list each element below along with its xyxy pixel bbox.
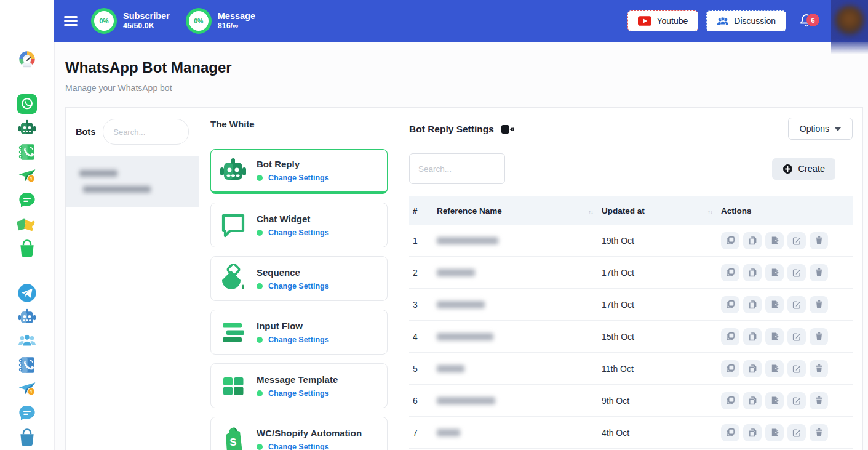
sort-icon[interactable]: ↑↓ — [588, 206, 593, 215]
telegram-icon — [17, 283, 37, 303]
trash-action-button[interactable] — [810, 264, 828, 281]
sidebar-item-whatsapp-chat[interactable] — [17, 190, 38, 210]
edit-action-button[interactable] — [787, 232, 806, 249]
pages-action-button[interactable] — [743, 296, 762, 313]
plus-circle-icon — [782, 164, 793, 174]
sidebar-item-whatsapp-contacts[interactable] — [17, 142, 38, 162]
edit-action-button[interactable] — [787, 328, 806, 345]
telegram-shop-icon — [17, 427, 37, 447]
settings-card-shopify[interactable]: SWC/Shopify AutomationChange Settings — [210, 417, 388, 450]
export-action-button[interactable] — [765, 360, 784, 377]
col-header-updated-at[interactable]: Updated at ↑↓ — [602, 206, 721, 215]
copy-action-button[interactable] — [721, 232, 739, 249]
sidebar-item-telegram-chat[interactable] — [17, 403, 38, 423]
export-action-button[interactable] — [765, 232, 784, 249]
discussion-button[interactable]: Discussion — [706, 10, 786, 31]
export-action-button[interactable] — [765, 264, 784, 281]
pages-action-button[interactable] — [743, 232, 762, 249]
message-label: Message — [218, 10, 255, 22]
notification-bell[interactable]: 6 — [799, 12, 815, 30]
sidebar-item-telegram-shop[interactable] — [17, 427, 38, 447]
export-action-button[interactable] — [765, 424, 784, 441]
video-camera-icon[interactable] — [501, 125, 514, 134]
sidebar-item-dashboard-gauge[interactable] — [17, 49, 38, 69]
export-action-button[interactable] — [765, 392, 784, 409]
top-header-bar: 0% Subscriber 45/50.0K 0% Message 816/∞ … — [54, 0, 868, 42]
trash-action-button[interactable] — [810, 328, 828, 345]
subscriber-progress-ring: 0% — [91, 8, 117, 34]
sidebar-item-whatsapp-broadcast[interactable]: 1 — [17, 166, 38, 186]
user-avatar-button[interactable] — [831, 0, 868, 54]
edit-action-button[interactable] — [787, 424, 806, 441]
bot-reply-settings-panel: Bot Reply Settings Options Create — [399, 108, 862, 450]
sidebar-item-whatsapp-bot[interactable] — [17, 118, 38, 138]
edit-action-button[interactable] — [787, 360, 806, 377]
card-title: Input Flow — [257, 321, 329, 331]
settings-card-message-template[interactable]: Message TemplateChange Settings — [210, 363, 388, 408]
trash-action-button[interactable] — [810, 424, 828, 441]
change-settings-link[interactable]: Change Settings — [268, 389, 329, 398]
card-title: Sequence — [257, 267, 329, 278]
copy-action-button[interactable] — [721, 424, 739, 441]
whatsapp-broadcast-icon: 1 — [17, 166, 37, 186]
sort-icon[interactable]: ↑↓ — [707, 206, 712, 215]
settings-card-sequence[interactable]: SequenceChange Settings — [210, 256, 388, 301]
reply-search-input[interactable] — [409, 153, 505, 184]
copy-action-button[interactable] — [721, 392, 739, 409]
sidebar-item-telegram-bot[interactable] — [17, 307, 38, 327]
chat-widget-icon — [218, 211, 248, 240]
row-reference-name — [437, 397, 602, 404]
change-settings-link[interactable]: Change Settings — [268, 228, 329, 237]
col-header-reference-name[interactable]: Reference Name ↑↓ — [437, 206, 602, 215]
trash-action-button[interactable] — [810, 392, 828, 409]
pages-action-button[interactable] — [743, 328, 762, 345]
pages-action-button[interactable] — [743, 424, 762, 441]
telegram-chat-icon — [17, 403, 37, 423]
edit-action-button[interactable] — [787, 264, 806, 281]
sidebar-item-telegram-contacts[interactable] — [17, 355, 38, 375]
whatsapp-icon — [17, 94, 37, 114]
options-dropdown-button[interactable]: Options — [788, 118, 853, 140]
sidebar-item-telegram-broadcast[interactable]: 1 — [17, 379, 38, 399]
trash-action-button[interactable] — [810, 296, 828, 313]
bots-search-input[interactable] — [103, 119, 189, 145]
edit-action-button[interactable] — [787, 296, 806, 313]
pages-action-button[interactable] — [743, 264, 762, 281]
message-template-icon — [218, 371, 248, 401]
hamburger-menu-icon[interactable] — [64, 16, 78, 25]
trash-action-button[interactable] — [810, 232, 828, 249]
export-action-button[interactable] — [765, 328, 784, 345]
row-updated-at: 11th Oct — [602, 364, 721, 374]
sidebar-item-telegram-group[interactable] — [17, 331, 38, 351]
sidebar-item-telegram[interactable] — [17, 283, 38, 303]
status-dot — [257, 337, 263, 343]
change-settings-link[interactable]: Change Settings — [268, 335, 329, 344]
settings-card-bot-reply[interactable]: Bot ReplyChange Settings — [210, 149, 388, 194]
create-button[interactable]: Create — [772, 158, 835, 180]
settings-card-input-flow[interactable]: Input FlowChange Settings — [210, 310, 388, 355]
copy-action-button[interactable] — [721, 296, 739, 313]
status-dot — [257, 175, 263, 181]
app-sidebar: 11 — [0, 0, 55, 450]
pages-action-button[interactable] — [743, 392, 762, 409]
copy-action-button[interactable] — [721, 328, 739, 345]
trash-action-button[interactable] — [810, 360, 828, 377]
change-settings-link[interactable]: Change Settings — [268, 282, 329, 291]
bot-list-item-selected[interactable] — [66, 156, 199, 207]
export-action-button[interactable] — [765, 296, 784, 313]
edit-action-button[interactable] — [787, 392, 806, 409]
settings-card-chat-widget[interactable]: Chat WidgetChange Settings — [210, 203, 388, 247]
change-settings-link[interactable]: Change Settings — [268, 443, 329, 450]
copy-action-button[interactable] — [721, 360, 739, 377]
status-dot — [257, 390, 263, 396]
sidebar-item-whatsapp[interactable] — [17, 94, 38, 114]
row-reference-name — [437, 301, 602, 308]
pages-action-button[interactable] — [743, 360, 762, 377]
copy-action-button[interactable] — [721, 264, 739, 281]
sidebar-item-whatsapp-integrations[interactable] — [17, 214, 38, 234]
change-settings-link[interactable]: Change Settings — [268, 174, 329, 182]
col-header-index[interactable]: # — [409, 206, 437, 215]
card-title: Chat Widget — [257, 214, 329, 224]
youtube-button[interactable]: Youtube — [627, 10, 698, 31]
sidebar-item-whatsapp-shop[interactable] — [17, 238, 38, 258]
